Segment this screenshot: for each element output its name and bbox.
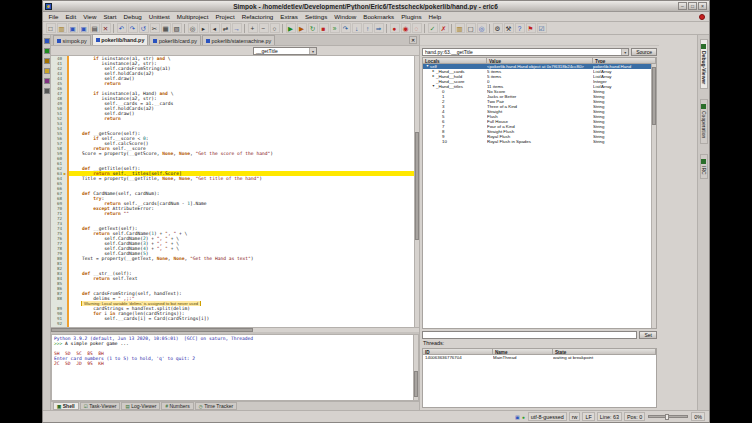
right-tab-irc[interactable]: IRC [700, 154, 708, 180]
next-breakpoint-icon[interactable]: ◉ [401, 23, 411, 33]
app-icon[interactable]: e [45, 3, 52, 10]
menu-help[interactable]: Help [425, 13, 445, 20]
help-icon[interactable]: ? [515, 23, 525, 33]
variables-header-value[interactable]: Value [487, 58, 593, 63]
search-icon[interactable]: ◎ [188, 23, 198, 33]
zoom-out-icon[interactable]: − [259, 23, 269, 33]
clear-breakpoints-icon[interactable]: ◌ [412, 23, 422, 33]
close-tab-icon[interactable]: ✕ [409, 36, 417, 44]
menu-multiproject[interactable]: Multiproject [173, 13, 212, 20]
chevron-down-icon[interactable]: ▾ [309, 48, 316, 54]
file-browser-icon[interactable] [44, 68, 50, 74]
new-file-icon[interactable]: □ [46, 23, 56, 33]
shell-vertical-scrollbar[interactable] [413, 335, 418, 400]
close-project-icon[interactable]: ▢ [466, 23, 476, 33]
menu-project[interactable]: Project [212, 13, 238, 20]
editor-lines[interactable]: 40 if isinstance(a1, str) and \41 isinst… [51, 56, 414, 327]
continue-icon[interactable]: » [330, 23, 340, 33]
symbols-icon[interactable] [44, 78, 50, 84]
run-script-icon[interactable]: ▶ [286, 23, 296, 33]
save-all-icon[interactable]: ▣ [79, 23, 89, 33]
quicksearch-combo[interactable]: __getTitle ▾ [253, 47, 317, 55]
editor-horizontal-scrollbar[interactable] [51, 327, 419, 332]
variables-vertical-scrollbar[interactable] [651, 64, 656, 328]
threads-header-state[interactable]: State [553, 349, 656, 354]
multiproject-viewer-icon[interactable] [44, 48, 50, 54]
step-into-icon[interactable]: ↓ [352, 23, 362, 33]
open-file-icon[interactable]: ▥ [57, 23, 67, 33]
template-viewer-icon[interactable] [44, 58, 50, 64]
unittest-icon[interactable]: ✓ [428, 23, 438, 33]
menu-plugins[interactable]: Plugins [398, 13, 425, 20]
code-editor[interactable]: 40 if isinstance(a1, str) and \41 isinst… [51, 56, 419, 332]
minimize-button[interactable]: – [678, 2, 687, 10]
debug-script-icon[interactable]: ▶ [297, 23, 307, 33]
scrollbar-thumb[interactable] [51, 328, 253, 332]
step-out-icon[interactable]: ↑ [363, 23, 373, 33]
plugins-icon[interactable]: ⚒ [504, 23, 514, 33]
scrollbar-thumb[interactable] [414, 371, 418, 397]
right-tab-debug-viewer[interactable]: Debug-Viewer [700, 39, 708, 89]
zoom-slider[interactable] [648, 415, 688, 418]
titlebar[interactable]: e Simpok - /home/detlev/Development/Pyth… [43, 1, 709, 12]
scrollbar-thumb[interactable] [652, 67, 656, 125]
open-project-icon[interactable]: ▥ [455, 23, 465, 33]
file-tab-simpok-py[interactable]: simpok.py [53, 35, 91, 45]
set-filter-button[interactable]: Set [639, 331, 657, 339]
bottom-tab-log-viewer[interactable]: ▤Log-Viewer [121, 402, 160, 410]
search-next-icon[interactable]: ▸ [199, 23, 209, 33]
menu-edit[interactable]: Edit [62, 13, 80, 20]
goto-line-icon[interactable]: → [232, 23, 242, 33]
menu-debug[interactable]: Debug [120, 13, 145, 20]
revert-icon[interactable]: ↺ [139, 23, 149, 33]
close-button[interactable]: × [698, 2, 707, 10]
stop-script-icon[interactable]: ■ [319, 23, 329, 33]
save-file-icon[interactable]: ▣ [68, 23, 78, 33]
copy-icon[interactable]: ▦ [161, 23, 171, 33]
close-file-icon[interactable]: ✕ [101, 23, 111, 33]
menu-settings[interactable]: Settings [301, 13, 330, 20]
shell-panel[interactable]: Python 3.9.2 (default, Jun 13 2020, 10:0… [51, 334, 419, 401]
replace-icon[interactable]: ⇄ [221, 23, 231, 33]
variables-header-locals[interactable]: Locals [423, 58, 487, 63]
bookmark-icon[interactable]: ⚑ [526, 23, 536, 33]
search-project-icon[interactable]: ◎ [477, 23, 487, 33]
scrollbar-thumb[interactable] [415, 132, 419, 240]
search-prev-icon[interactable]: ◂ [210, 23, 220, 33]
threads-header-name[interactable]: Name [493, 349, 553, 354]
file-tab-pokerlib-hand-py[interactable]: pokerlib/hand.py [92, 34, 149, 45]
redo-icon[interactable]: ↷ [128, 23, 138, 33]
bottom-tab-task-viewer[interactable]: ☑Task-Viewer [80, 402, 121, 410]
right-tab-cooperation[interactable]: Cooperation [700, 99, 708, 143]
file-tab-pokerlib-card-py[interactable]: pokerlib/card.py [149, 35, 201, 45]
variables-filter-input[interactable] [422, 331, 637, 339]
zoom-slider-thumb[interactable] [665, 414, 669, 420]
zoom-in-icon[interactable]: + [248, 23, 258, 33]
source-button[interactable]: Source [631, 48, 657, 56]
editor-vertical-scrollbar[interactable] [414, 56, 419, 327]
variables-header-type[interactable]: Type [593, 58, 656, 63]
menu-window[interactable]: Window [331, 13, 360, 20]
menu-extras[interactable]: Extras [277, 13, 302, 20]
project-viewer-icon[interactable] [44, 38, 50, 44]
menu-start[interactable]: Start [100, 13, 120, 20]
call-stack-combo[interactable]: hand.py:63.__getTitle ▾ [422, 48, 629, 56]
undo-icon[interactable]: ↶ [117, 23, 127, 33]
paste-icon[interactable]: ▧ [172, 23, 182, 33]
print-icon[interactable]: ▤ [90, 23, 100, 33]
chevron-down-icon[interactable]: ▾ [621, 49, 628, 55]
restart-icon[interactable]: ↻ [308, 23, 318, 33]
tasks-icon[interactable]: ☑ [537, 23, 547, 33]
threads-table-header[interactable]: IDNameState [422, 348, 657, 355]
threads-header-id[interactable]: ID [423, 349, 493, 354]
toggle-breakpoint-icon[interactable]: ● [390, 23, 400, 33]
thread-row[interactable]: 140063636776704MainThreadwaiting at brea… [423, 355, 656, 360]
menu-refactoring[interactable]: Refactoring [238, 13, 277, 20]
run-to-cursor-icon[interactable]: ⇒ [374, 23, 384, 33]
maximize-button[interactable]: □ [688, 2, 697, 10]
bottom-tab-shell[interactable]: ▣Shell [53, 402, 79, 410]
variables-table-header[interactable]: LocalsValueType [422, 57, 657, 64]
menu-bookmarks[interactable]: Bookmarks [360, 13, 398, 20]
file-tab-pokerlib-statemachine-py[interactable]: pokerlib/statemachine.py [202, 35, 275, 45]
numbers-viewer-icon[interactable] [44, 88, 50, 94]
